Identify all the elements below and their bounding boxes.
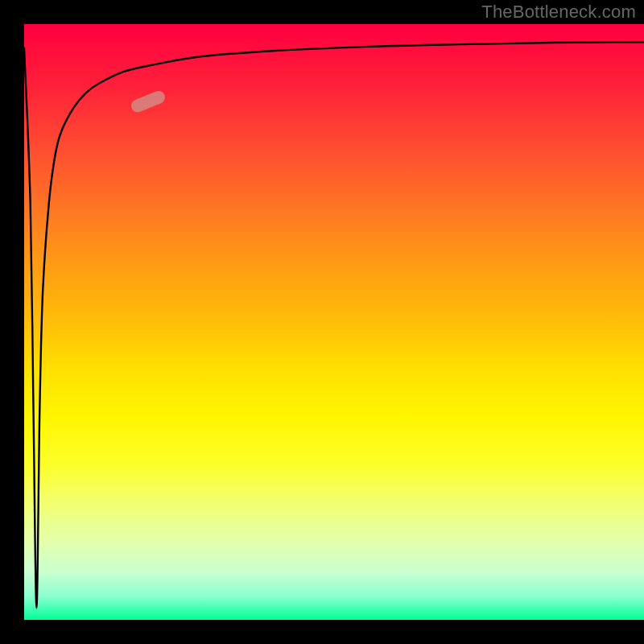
chart-frame: TheBottleneck.com: [0, 0, 644, 644]
attribution-text: TheBottleneck.com: [481, 2, 636, 23]
plot-area: [24, 24, 644, 620]
